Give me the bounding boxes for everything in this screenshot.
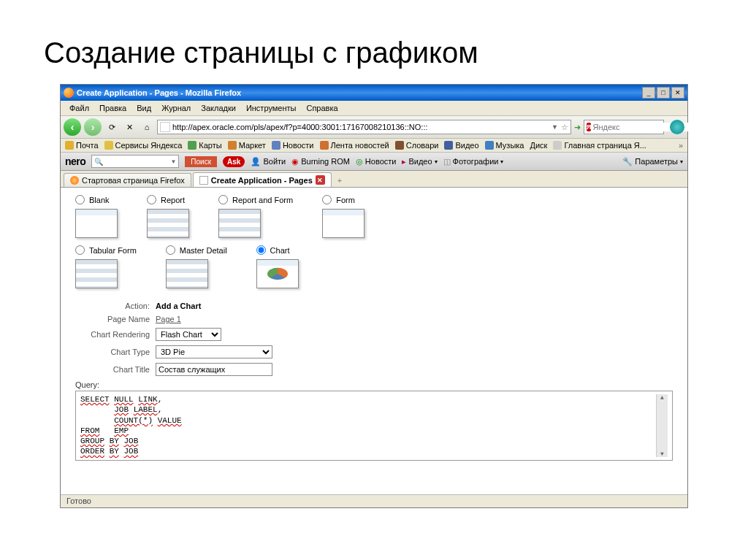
nero-ask-badge: Ask [223, 156, 245, 167]
bookmark-video[interactable]: Видео [444, 141, 478, 150]
radio-form[interactable]: Form [322, 195, 365, 204]
menu-help[interactable]: Справка [302, 102, 342, 114]
nero-login[interactable]: 👤Войти [251, 157, 286, 166]
tab-firefox-start[interactable]: Стартовая страница Firefox [64, 173, 191, 187]
tab-create-application[interactable]: Create Application - Pages ✕ [193, 172, 332, 187]
radio-tabular[interactable]: Tabular Form [75, 245, 137, 255]
bookmark-music[interactable]: Музыка [485, 141, 524, 150]
close-tab-button[interactable]: ✕ [316, 175, 325, 185]
query-editor[interactable]: SELECT NULL LINK, JOB LABEL, COUNT(*) VA… [75, 391, 673, 461]
go-button[interactable]: ➜ [574, 123, 581, 132]
bookmarks-overflow[interactable]: » [679, 141, 683, 150]
reload-button[interactable]: ⟳ [104, 120, 119, 134]
menu-tools[interactable]: Инструменты [242, 102, 301, 114]
radio-report[interactable]: Report [147, 195, 189, 204]
thumb-chart [256, 259, 299, 288]
window-title: Create Application - Pages - Mozilla Fir… [77, 88, 642, 97]
qip-icon[interactable] [670, 120, 684, 134]
menu-file[interactable]: Файл [65, 102, 94, 114]
input-charttitle[interactable] [156, 363, 272, 376]
close-window-button[interactable]: ✕ [671, 87, 684, 99]
query-scrollbar[interactable]: ▲▼ [656, 394, 668, 457]
stop-button[interactable]: ✕ [122, 120, 137, 134]
nero-search[interactable]: 🔍 ▼ [91, 155, 179, 168]
page-type-row2: Tabular Form Master Detail Chart [75, 245, 673, 288]
window-titlebar: Create Application - Pages - Mozilla Fir… [61, 85, 687, 101]
nero-photos[interactable]: ◫Фотографии▾ [443, 157, 504, 166]
thumb-blank [75, 209, 118, 238]
nero-logo: nero [65, 156, 85, 167]
menu-edit[interactable]: Правка [95, 102, 131, 114]
radio-blank[interactable]: Blank [75, 195, 118, 204]
back-button[interactable]: ‹ [64, 118, 81, 136]
select-rendering[interactable]: Flash Chart [156, 328, 221, 341]
address-bar[interactable]: ▼ ☆ [157, 120, 571, 134]
thumb-report [147, 209, 189, 238]
dropdown-icon[interactable]: ▼ [552, 123, 558, 131]
thumb-master-detail [166, 259, 208, 288]
browser-window: Create Application - Pages - Mozilla Fir… [60, 84, 688, 508]
firefox-tab-icon [70, 176, 79, 185]
link-pagename[interactable]: Page 1 [156, 315, 181, 323]
nero-news[interactable]: ◎Новости [356, 157, 397, 166]
url-input[interactable] [172, 123, 552, 131]
bookmark-news-feed[interactable]: Лента новостей [320, 141, 389, 150]
select-charttype[interactable]: 3D Pie [156, 345, 272, 358]
bookmark-news[interactable]: Новости [272, 141, 314, 150]
slide-title: Создание страницы с графиком [0, 0, 748, 84]
label-rendering: Chart Rendering [75, 330, 156, 339]
bookmarks-toolbar: Почта Сервисы Яндекса Карты Маркет Новос… [61, 139, 687, 153]
nero-burning[interactable]: ◉Burning ROM [291, 157, 350, 166]
bookmark-star-icon[interactable]: ☆ [561, 123, 568, 132]
bookmark-yandex-home[interactable]: Главная страница Я... [553, 141, 646, 150]
radio-master-detail[interactable]: Master Detail [166, 245, 227, 255]
status-bar: Готово [61, 494, 687, 507]
nav-toolbar: ‹ › ⟳ ✕ ⌂ ▼ ☆ ➜ Я [61, 116, 687, 139]
bookmark-mail[interactable]: Почта [65, 141, 99, 150]
page-content: Blank Report Report and Form Form Tabula… [61, 188, 687, 494]
firefox-icon [64, 88, 74, 98]
bookmark-market[interactable]: Маркет [228, 141, 266, 150]
menu-view[interactable]: Вид [132, 102, 156, 114]
label-charttype: Chart Type [75, 348, 156, 356]
bookmark-disk[interactable]: Диск [530, 141, 548, 150]
menu-bookmarks[interactable]: Закладки [196, 102, 240, 114]
nero-toolbar: nero 🔍 ▼ Поиск Ask 👤Войти ◉Burning ROM ◎… [61, 153, 687, 171]
maximize-button[interactable]: □ [657, 87, 670, 99]
radio-chart[interactable]: Chart [256, 245, 299, 255]
value-action: Add a Chart [156, 302, 201, 310]
search-icon: 🔍 [94, 158, 103, 166]
nero-search-dropdown-icon[interactable]: ▼ [170, 158, 176, 165]
search-bar[interactable]: Я [584, 120, 664, 134]
nero-search-button[interactable]: Поиск [185, 156, 217, 167]
bookmark-yandex-services[interactable]: Сервисы Яндекса [104, 141, 183, 150]
label-action: Action: [75, 302, 156, 310]
label-pagename: Page Name [75, 315, 156, 323]
home-button[interactable]: ⌂ [140, 120, 154, 134]
forward-button[interactable]: › [84, 118, 102, 136]
yandex-icon: Я [587, 123, 591, 131]
minimize-button[interactable]: _ [642, 87, 655, 99]
bookmark-dicts[interactable]: Словари [395, 141, 439, 150]
label-charttitle: Chart Title [75, 365, 156, 374]
status-text: Готово [66, 496, 91, 505]
label-query: Query: [75, 380, 673, 389]
menu-history[interactable]: Журнал [157, 102, 195, 114]
thumb-report-form [218, 209, 261, 238]
page-type-row1: Blank Report Report and Form Form [75, 195, 673, 238]
nero-params[interactable]: 🔧Параметры▾ [622, 157, 683, 166]
bookmark-maps[interactable]: Карты [188, 141, 221, 150]
menu-bar: Файл Правка Вид Журнал Закладки Инструме… [61, 101, 687, 116]
new-tab-button[interactable]: + [333, 174, 346, 187]
radio-report-form[interactable]: Report and Form [218, 195, 293, 204]
tab-bar: Стартовая страница Firefox Create Applic… [61, 171, 687, 188]
thumb-tabular [75, 259, 118, 288]
nero-video[interactable]: ▸Видео▾ [402, 157, 437, 166]
page-tab-icon [199, 176, 208, 185]
site-icon [160, 122, 170, 132]
thumb-form [322, 209, 365, 238]
query-text[interactable]: SELECT NULL LINK, JOB LABEL, COUNT(*) VA… [80, 394, 656, 457]
